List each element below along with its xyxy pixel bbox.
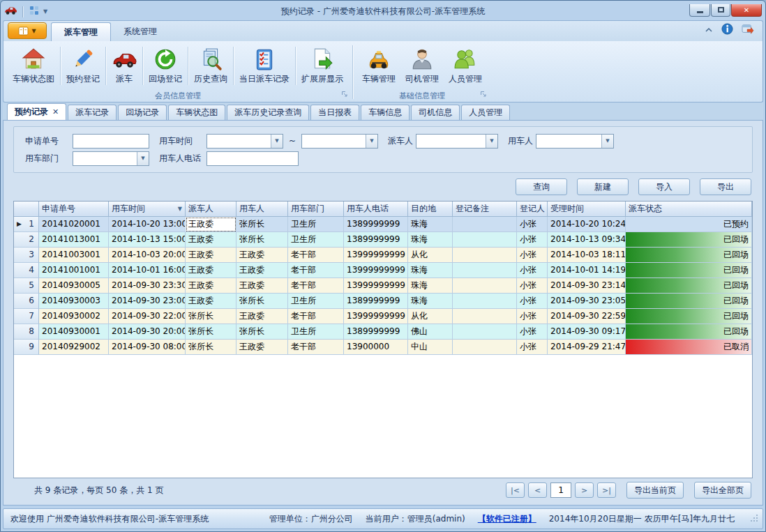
vehicle-manage-button[interactable]: 车辆管理	[357, 44, 400, 88]
cell-registrar[interactable]: 小张	[517, 263, 548, 278]
cell-dispatcher[interactable]: 王政委	[186, 278, 236, 294]
quick-access-grid-icon[interactable]	[29, 5, 40, 18]
use-time-to-combo[interactable]: ▼	[301, 134, 378, 149]
cell-request-no[interactable]: 20141020001	[39, 217, 109, 232]
cell-registrar[interactable]: 小张	[517, 324, 548, 340]
app-menu-button[interactable]: ▼	[8, 22, 47, 39]
request-no-input[interactable]	[73, 134, 149, 149]
cell-dispatch-status[interactable]: 已回场	[626, 324, 752, 340]
cell-user[interactable]: 张所长	[236, 324, 288, 340]
cell-department[interactable]: 老干部	[288, 278, 344, 294]
cell-department[interactable]: 老干部	[288, 248, 344, 263]
cell-remark[interactable]	[453, 248, 517, 263]
cell-department[interactable]: 卫生所	[288, 294, 344, 309]
dialog-launcher-icon[interactable]	[341, 91, 348, 100]
cell-use-time[interactable]: 2014-09-30 20:00	[109, 324, 186, 340]
cell-phone[interactable]: 1389999999	[344, 324, 408, 340]
cell-phone[interactable]: 1389999999	[344, 217, 408, 232]
close-button[interactable]: ✕	[731, 4, 762, 17]
chevron-down-icon[interactable]: ▼	[486, 135, 497, 148]
chevron-down-icon[interactable]: ▼	[601, 135, 613, 148]
cell-user[interactable]: 张所长	[236, 217, 288, 232]
reservation-register-button[interactable]: 预约登记	[61, 44, 105, 88]
cell-department[interactable]: 卫生所	[288, 217, 344, 232]
cell-request-no[interactable]: 20140930003	[39, 294, 109, 309]
cell-dispatch-status[interactable]: 已取消	[626, 340, 752, 355]
cell-use-time[interactable]: 2014-10-13 15:00	[109, 232, 186, 248]
cell-department[interactable]: 老干部	[288, 263, 344, 278]
table-row[interactable]: 2 20141013001 2014-10-13 15:00 王政委 张所长 卫…	[14, 232, 752, 248]
maximize-button[interactable]	[711, 4, 730, 17]
table-row[interactable]: ▶1 20141020001 2014-10-20 13:00 王政委 张所长 …	[14, 217, 752, 232]
last-page-button[interactable]: >|	[597, 482, 616, 498]
cell-destination[interactable]: 珠海	[408, 217, 453, 232]
close-tab-icon[interactable]: ✕	[52, 107, 59, 116]
header-dispatch-status[interactable]: 派车状态	[626, 202, 752, 217]
row-indicator[interactable]: 6	[14, 294, 39, 309]
cell-user[interactable]: 王政委	[236, 278, 288, 294]
cell-phone[interactable]: 13999999999	[344, 309, 408, 324]
license-link[interactable]: 【软件已注册】	[478, 513, 536, 525]
tab-vehicle-info[interactable]: 车辆信息	[361, 105, 410, 120]
cell-accept-time[interactable]: 2014-09-30 09:17	[548, 324, 626, 340]
help-feedback-icon[interactable]	[742, 24, 754, 37]
cell-user[interactable]: 张所长	[236, 294, 288, 309]
cell-dispatch-status[interactable]: 已预约	[626, 217, 752, 232]
table-row[interactable]: 6 20140930003 2014-09-30 23:00 王政委 张所长 卫…	[14, 294, 752, 309]
export-current-page-button[interactable]: 导出当前页	[626, 482, 684, 499]
cell-dispatcher[interactable]: 张所长	[186, 324, 236, 340]
cell-user[interactable]: 张所长	[236, 232, 288, 248]
header-dispatcher[interactable]: 派车人	[186, 202, 236, 217]
department-combo[interactable]: ▼	[73, 151, 149, 166]
header-department[interactable]: 用车部门	[288, 202, 344, 217]
dialog-launcher-icon[interactable]	[480, 91, 487, 100]
query-button[interactable]: 查询	[516, 178, 567, 195]
cell-dispatch-status[interactable]: 已回场	[626, 248, 752, 263]
header-remark[interactable]: 登记备注	[453, 202, 517, 217]
return-register-button[interactable]: 回场登记	[144, 44, 187, 88]
cell-department[interactable]: 老干部	[288, 309, 344, 324]
table-row[interactable]: 3 20141003001 2014-10-03 20:00 王政委 王政委 老…	[14, 248, 752, 263]
history-query-button[interactable]: 历史查询	[189, 44, 232, 88]
minimize-button[interactable]	[689, 4, 710, 17]
cell-phone[interactable]: 13999999999	[344, 278, 408, 294]
cell-request-no[interactable]: 20140929002	[39, 340, 109, 355]
header-user[interactable]: 用车人	[236, 202, 288, 217]
cell-registrar[interactable]: 小张	[517, 278, 548, 294]
tab-dispatch-records[interactable]: 派车记录	[68, 105, 117, 120]
cell-destination[interactable]: 珠海	[408, 294, 453, 309]
cell-remark[interactable]	[453, 232, 517, 248]
cell-dispatch-status[interactable]: 已回场	[626, 309, 752, 324]
cell-dispatcher[interactable]: 王政委	[186, 294, 236, 309]
tab-vehicle-status-map[interactable]: 车辆状态图	[168, 105, 225, 120]
cell-user[interactable]: 王政委	[236, 263, 288, 278]
prev-page-button[interactable]: <	[528, 482, 547, 498]
cell-registrar[interactable]: 小张	[517, 309, 548, 324]
cell-use-time[interactable]: 2014-10-03 20:00	[109, 248, 186, 263]
ribbon-tab-dispatch[interactable]: 派车管理	[51, 22, 111, 41]
page-number-input[interactable]	[550, 482, 571, 498]
dispatcher-combo[interactable]: ▼	[416, 134, 498, 149]
header-phone[interactable]: 用车人电话	[344, 202, 408, 217]
driver-manage-button[interactable]: 司机管理	[400, 44, 444, 88]
resize-grip[interactable]	[750, 514, 758, 524]
row-indicator[interactable]: ▶1	[14, 217, 39, 232]
row-indicator[interactable]: 7	[14, 309, 39, 324]
cell-request-no[interactable]: 20140930001	[39, 324, 109, 340]
cell-use-time[interactable]: 2014-09-30 23:00	[109, 294, 186, 309]
cell-request-no[interactable]: 20140930002	[39, 309, 109, 324]
table-row[interactable]: 9 20140929002 2014-09-30 08:00 张所长 王政委 老…	[14, 340, 752, 355]
cell-accept-time[interactable]: 2014-09-30 22:59	[548, 309, 626, 324]
cell-dispatcher[interactable]: 王政委	[186, 248, 236, 263]
cell-department[interactable]: 老干部	[288, 340, 344, 355]
tab-return-records[interactable]: 回场记录	[118, 105, 167, 120]
cell-phone[interactable]: 13900000	[344, 340, 408, 355]
cell-use-time[interactable]: 2014-10-20 13:00	[109, 217, 186, 232]
header-destination[interactable]: 目的地	[408, 202, 453, 217]
cell-remark[interactable]	[453, 324, 517, 340]
cell-phone[interactable]: 13999999999	[344, 248, 408, 263]
cell-user[interactable]: 王政委	[236, 309, 288, 324]
row-indicator[interactable]: 4	[14, 263, 39, 278]
cell-destination[interactable]: 从化	[408, 248, 453, 263]
today-dispatch-records-button[interactable]: 当日派车记录	[234, 44, 294, 88]
